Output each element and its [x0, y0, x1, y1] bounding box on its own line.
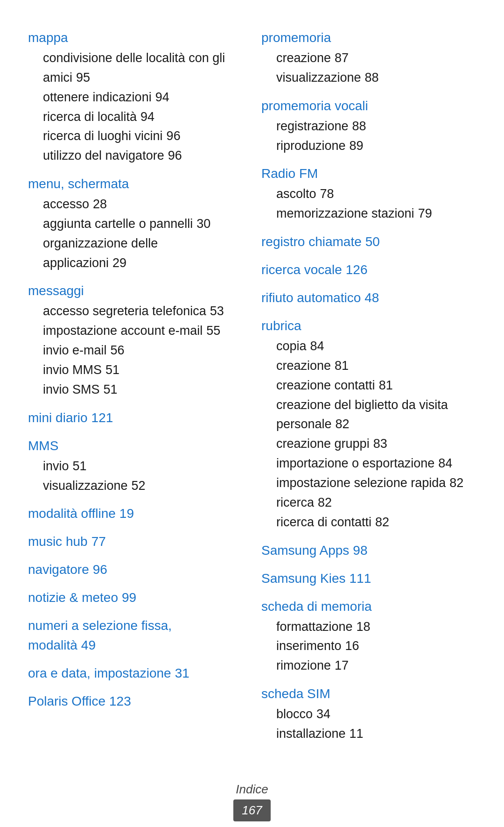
sub-entry-text: creazione [276, 51, 331, 65]
index-entry-numeri-selezione-fissa: numeri a selezione fissa, modalità49 [28, 616, 243, 655]
sub-entry: impostazione account e-mail55 [43, 321, 243, 341]
sub-entries-promemoria: creazione87visualizzazione88 [276, 49, 476, 88]
index-entry-music-hub: music hub77 [28, 532, 243, 551]
index-entry-ora-data: ora e data, impostazione31 [28, 664, 243, 683]
entry-title-numeri-selezione-fissa: numeri a selezione fissa, modalità [28, 618, 172, 652]
entry-number-rifiuto-automatico: 48 [364, 290, 379, 305]
entry-title-rifiuto-automatico: rifiuto automatico [261, 290, 361, 305]
index-entry-rubrica: rubricacopia84creazione81creazione conta… [261, 316, 476, 532]
sub-entry-number: 81 [379, 378, 393, 392]
sub-entries-messaggi: accesso segreteria telefonica53impostazi… [43, 302, 243, 399]
sub-entry-text: formattazione [276, 620, 353, 634]
sub-entry-text: impostazione selezione rapida [276, 476, 446, 490]
sub-entry-text: ricerca [276, 495, 314, 509]
page-footer: Indice 167 [28, 780, 476, 821]
sub-entry: importazione o esportazione84 [276, 454, 476, 474]
sub-entry-text: aggiunta cartelle o pannelli [43, 217, 193, 231]
index-entry-ricerca-vocale: ricerca vocale126 [261, 260, 476, 280]
index-entry-mini-diario: mini diario121 [28, 408, 243, 428]
sub-entry: blocco34 [276, 705, 476, 724]
sub-entry-number: 11 [350, 727, 364, 741]
sub-entry: accesso28 [43, 195, 243, 214]
entry-number-mini-diario: 121 [91, 410, 113, 425]
sub-entry: invio51 [43, 457, 243, 476]
sub-entry: inserimento16 [276, 636, 476, 656]
entry-title-mappa: mappa [28, 30, 68, 45]
index-entry-navigatore: navigatore96 [28, 560, 243, 580]
index-entry-mms: MMSinvio51visualizzazione52 [28, 436, 243, 496]
sub-entry-number: 51 [105, 363, 119, 377]
sub-entry-number: 84 [438, 456, 452, 470]
index-entry-modalita-offline: modalità offline19 [28, 504, 243, 523]
sub-entry: creazione87 [276, 49, 476, 68]
sub-entry-text: rimozione [276, 658, 331, 672]
sub-entry-number: 79 [418, 206, 432, 220]
sub-entry: installazione11 [276, 724, 476, 744]
sub-entries-scheda-di-memoria: formattazione18inserimento16rimozione17 [276, 617, 476, 676]
entry-title-music-hub: music hub [28, 534, 88, 549]
sub-entry-number: 82 [375, 515, 389, 529]
sub-entry-number: 55 [206, 324, 220, 338]
entry-number-ora-data: 31 [175, 666, 189, 680]
entry-title-samsung-apps: Samsung Apps [261, 543, 349, 558]
sub-entry-text: creazione gruppi [276, 437, 370, 451]
sub-entry-number: 16 [345, 639, 359, 653]
index-entry-mappa: mappacondivisione delle località con gli… [28, 28, 243, 166]
sub-entry-number: 94 [140, 110, 154, 124]
sub-entry-text: ottenere indicazioni [43, 90, 152, 104]
sub-entry-number: 88 [352, 119, 366, 133]
sub-entry: visualizzazione52 [43, 476, 243, 496]
sub-entry-number: 29 [112, 256, 126, 270]
sub-entry-number: 82 [449, 476, 463, 490]
entry-title-promemoria-vocali: promemoria vocali [261, 99, 368, 113]
index-entry-polaris-office: Polaris Office123 [28, 692, 243, 711]
entry-number-ricerca-vocale: 126 [346, 262, 368, 277]
sub-entry-text: accesso segreteria telefonica [43, 304, 206, 318]
sub-entry: ricerca82 [276, 493, 476, 513]
entry-title-mms: MMS [28, 438, 58, 453]
entry-title-modalita-offline: modalità offline [28, 506, 116, 521]
sub-entry: ricerca di luoghi vicini96 [43, 127, 243, 146]
sub-entry: ascolto78 [276, 184, 476, 204]
sub-entries-mms: invio51visualizzazione52 [43, 457, 243, 496]
sub-entry-text: ricerca di località [43, 110, 137, 124]
sub-entry-text: visualizzazione [276, 71, 361, 85]
sub-entry-text: blocco [276, 707, 313, 721]
sub-entry: utilizzo del navigatore96 [43, 146, 243, 166]
sub-entry: memorizzazione stazioni79 [276, 204, 476, 224]
sub-entry-number: 88 [365, 71, 379, 85]
sub-entry: accesso segreteria telefonica53 [43, 302, 243, 321]
sub-entry: copia84 [276, 337, 476, 356]
entry-title-menu-schermata: menu, schermata [28, 177, 129, 191]
entry-title-mini-diario: mini diario [28, 410, 88, 425]
main-content: mappacondivisione delle località con gli… [28, 28, 476, 752]
sub-entry-number: 81 [335, 359, 349, 373]
entry-number-notizie-meteo: 99 [122, 590, 136, 605]
entry-number-polaris-office: 123 [109, 694, 131, 708]
sub-entry-text: accesso [43, 197, 89, 211]
entry-number-registro-chiamate: 50 [365, 234, 380, 249]
sub-entries-scheda-sim: blocco34installazione11 [276, 705, 476, 744]
index-entry-scheda-di-memoria: scheda di memoriaformattazione18inserime… [261, 597, 476, 676]
sub-entry-number: 17 [335, 658, 349, 672]
sub-entry-text: ascolto [276, 187, 316, 201]
entry-title-scheda-sim: scheda SIM [261, 686, 330, 701]
sub-entry-text: condivisione delle località con gli amic… [43, 51, 225, 85]
index-entry-menu-schermata: menu, schermataaccesso28aggiunta cartell… [28, 174, 243, 273]
sub-entry: creazione81 [276, 356, 476, 376]
index-entry-samsung-kies: Samsung Kies111 [261, 569, 476, 588]
entry-title-promemoria: promemoria [261, 30, 331, 45]
sub-entry: organizzazione delle applicazioni29 [43, 234, 243, 273]
sub-entries-rubrica: copia84creazione81creazione contatti81cr… [276, 337, 476, 532]
sub-entry-text: invio MMS [43, 363, 102, 377]
sub-entry-text: invio [43, 459, 69, 473]
entry-title-registro-chiamate: registro chiamate [261, 234, 362, 249]
sub-entry-text: visualizzazione [43, 479, 128, 493]
sub-entry-text: memorizzazione stazioni [276, 206, 414, 220]
sub-entry-text: ricerca di contatti [276, 515, 371, 529]
sub-entries-radio-fm: ascolto78memorizzazione stazioni79 [276, 184, 476, 224]
sub-entry-text: importazione o esportazione [276, 456, 434, 470]
sub-entry: invio SMS51 [43, 380, 243, 400]
sub-entry-text: copia [276, 339, 307, 353]
sub-entry-text: invio SMS [43, 382, 100, 396]
